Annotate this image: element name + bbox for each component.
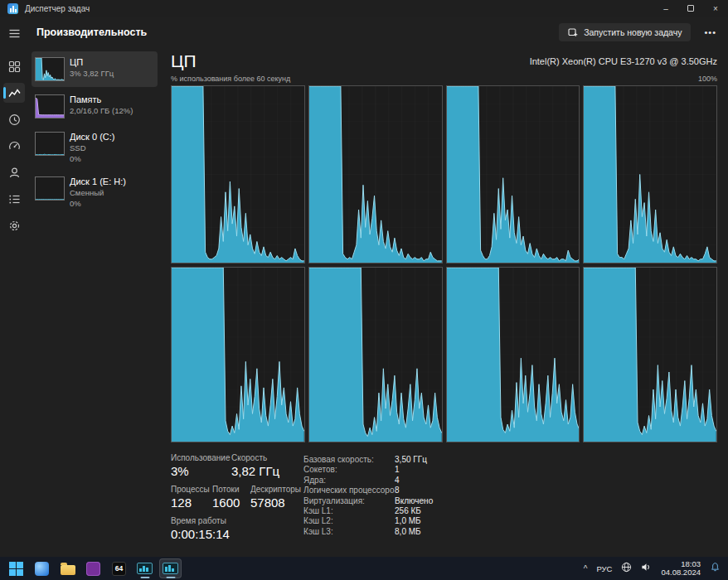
perf-item-detail: 2,0/16,0 ГБ (12%) <box>70 106 133 115</box>
perf-item-cpu[interactable]: ЦП 3% 3,82 ГГц <box>32 51 158 87</box>
running-indicator <box>140 577 149 578</box>
run-new-task-button[interactable]: Запустить новую задачу <box>559 23 691 41</box>
taskbar: 64 ^ РУС 18:03 04.08.2024 <box>0 557 728 580</box>
nav-rail <box>0 17 28 557</box>
cpu-core-graph-4 <box>171 267 305 442</box>
memory-mini-graph <box>35 94 65 118</box>
folder-icon <box>61 565 75 575</box>
cpu-core-graph-1 <box>308 85 443 263</box>
graph-scale-label: 100% <box>698 75 717 83</box>
network-icon[interactable] <box>621 561 632 576</box>
perf-item-disk0[interactable]: Диск 0 (C:) SSD 0% <box>32 126 158 169</box>
notifications-bell-icon[interactable] <box>710 561 721 576</box>
close-button[interactable]: × <box>703 0 728 17</box>
new-task-icon <box>568 27 578 37</box>
task-manager-app-icon <box>7 3 18 14</box>
clock[interactable]: 18:03 04.08.2024 <box>661 560 701 578</box>
run-new-task-label: Запустить новую задачу <box>584 27 682 37</box>
cpu-core-graph-6 <box>446 267 580 442</box>
perf-item-name: ЦП <box>70 57 114 67</box>
taskbar-icon-widgets[interactable] <box>31 558 53 578</box>
stat-handles: Дескрипторы 57808 <box>250 485 301 510</box>
widgets-icon <box>35 562 49 576</box>
start-button[interactable] <box>5 558 27 578</box>
perf-item-detail: 0% <box>70 154 114 163</box>
maximize-icon <box>687 5 694 12</box>
taskbar-icon-app-64[interactable]: 64 <box>108 558 130 578</box>
stat-threads: Потоки 1600 <box>212 485 250 510</box>
taskbar-icon-task-manager[interactable] <box>159 558 182 578</box>
cpu-core-graph-3 <box>583 85 717 263</box>
taskbar-icon-monitor[interactable] <box>133 558 156 578</box>
disk0-mini-graph <box>35 132 65 156</box>
language-indicator[interactable]: РУС <box>596 564 612 573</box>
more-options-button[interactable]: ••• <box>704 27 716 37</box>
window-title: Диспетчер задач <box>25 4 90 13</box>
perf-item-detail: Сменный <box>70 188 126 197</box>
page-title: Производительность <box>36 27 147 38</box>
running-indicator <box>166 577 175 578</box>
cpu-core-graphs <box>171 85 717 442</box>
purple-app-icon <box>86 562 100 576</box>
titlebar-left: Диспетчер задач <box>0 3 653 14</box>
tray-date: 04.08.2024 <box>661 568 701 578</box>
perf-item-detail: SSD <box>70 143 114 152</box>
startup-apps-icon[interactable] <box>3 136 25 156</box>
processes-icon[interactable] <box>3 56 25 76</box>
cpu-core-graph-7 <box>583 267 717 442</box>
cpu-section-title: ЦП <box>171 51 197 71</box>
users-icon[interactable] <box>3 162 25 182</box>
perf-item-detail: 0% <box>70 199 126 208</box>
cpu-core-graph-0 <box>171 85 305 263</box>
window-controls: – × <box>653 0 728 17</box>
cpu-specs: Базовая скорость:3,50 ГГц Сокетов:1 Ядра… <box>303 453 433 541</box>
perf-item-name: Диск 1 (E: H:) <box>70 176 126 186</box>
minimize-button[interactable]: – <box>653 0 678 17</box>
windows-logo-icon <box>9 562 23 576</box>
details-icon[interactable] <box>3 189 25 209</box>
app-64-icon: 64 <box>112 562 126 576</box>
task-manager-taskbar-icon <box>163 563 178 574</box>
stat-speed: Скорость 3,82 ГГц <box>231 453 279 478</box>
app-history-icon[interactable] <box>3 109 25 129</box>
cpu-stats: Использование 3% Скорость 3,82 ГГц <box>171 453 717 541</box>
hidden-icons-chevron[interactable]: ^ <box>584 564 588 573</box>
menu-icon[interactable] <box>3 23 25 43</box>
taskbar-icon-explorer[interactable] <box>56 558 79 578</box>
perf-item-detail: 3% 3,82 ГГц <box>70 69 114 78</box>
stat-processes: Процессы 128 <box>171 485 212 510</box>
performance-list: ЦП 3% 3,82 ГГц Память 2,0/16,0 ГБ (12%) <box>28 50 159 557</box>
graph-caption: % использования более 60 секунд <box>171 75 290 83</box>
stat-usage: Использование 3% <box>171 453 231 478</box>
page-header: Производительность Запустить новую задач… <box>28 17 728 48</box>
cpu-core-graph-2 <box>446 85 580 263</box>
perf-item-name: Диск 0 (C:) <box>70 132 114 142</box>
performance-icon[interactable] <box>3 83 25 103</box>
perf-item-disk1[interactable]: Диск 1 (E: H:) Сменный 0% <box>32 171 158 214</box>
perf-item-memory[interactable]: Память 2,0/16,0 ГБ (12%) <box>32 89 158 124</box>
stat-uptime: Время работы 0:00:15:14 <box>171 516 230 541</box>
perf-item-name: Память <box>70 94 133 104</box>
cpu-core-graph-5 <box>308 267 443 442</box>
cpu-mini-graph <box>35 57 65 81</box>
cpu-model-name: Intel(R) Xeon(R) CPU E3-1270 v3 @ 3.50GH… <box>530 56 717 66</box>
cpu-detail-panel: ЦП Intel(R) Xeon(R) CPU E3-1270 v3 @ 3.5… <box>159 50 728 557</box>
disk1-mini-graph <box>35 176 65 201</box>
task-manager-window: Диспетчер задач – × <box>0 0 728 580</box>
maximize-button[interactable] <box>678 0 703 17</box>
taskbar-icon-app-purple[interactable] <box>82 558 104 578</box>
monitor-app-icon <box>137 563 153 574</box>
services-icon[interactable] <box>3 215 25 235</box>
volume-icon[interactable] <box>641 561 652 576</box>
titlebar: Диспетчер задач – × <box>0 0 728 17</box>
